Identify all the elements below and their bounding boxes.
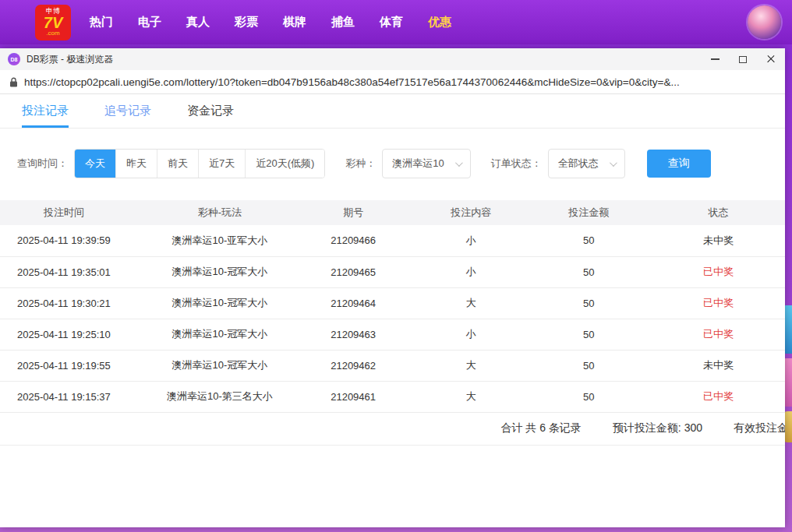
cell-status: 已中奖 bbox=[652, 319, 785, 350]
top-nav: 热门电子真人彩票棋牌捕鱼体育优惠 bbox=[88, 12, 453, 33]
col-header-3: 期号 bbox=[291, 200, 416, 225]
cell-content: 小 bbox=[416, 256, 526, 287]
tab-bar: 投注记录追号记录资金记录 bbox=[0, 94, 785, 129]
cell-time: 2025-04-11 19:15:37 bbox=[0, 381, 149, 412]
time-option-1[interactable]: 今天 bbox=[75, 150, 116, 178]
minimize-button[interactable] bbox=[701, 48, 729, 70]
maximize-icon bbox=[739, 56, 747, 63]
nav-item-2[interactable]: 电子 bbox=[136, 12, 163, 33]
bet-table-head-row: 投注时间彩种-玩法期号投注内容投注金额状态 bbox=[0, 200, 785, 225]
cell-game: 澳洲幸运10-冠军大小 bbox=[149, 287, 290, 319]
cell-time: 2025-04-11 19:25:10 bbox=[0, 319, 149, 350]
table-row: 2025-04-11 19:30:21澳洲幸运10-冠军大小21209464大5… bbox=[0, 287, 785, 319]
valid-amount: 有效投注金 bbox=[734, 421, 785, 435]
cell-status: 已中奖 bbox=[652, 256, 785, 287]
time-filter-label: 查询时间： bbox=[17, 157, 68, 171]
tab-3[interactable]: 资金记录 bbox=[187, 94, 234, 128]
cell-issue: 21209462 bbox=[291, 350, 416, 381]
cell-issue: 21209465 bbox=[291, 256, 416, 287]
table-row: 2025-04-11 19:39:59澳洲幸运10-亚军大小21209466小5… bbox=[0, 225, 785, 256]
address-bar[interactable]: https://ctopcp02pcali.uengi5e.com/lotter… bbox=[0, 70, 785, 94]
cell-content: 大 bbox=[416, 381, 526, 412]
cell-time: 2025-04-11 19:39:59 bbox=[0, 225, 149, 256]
window-title: DB彩票 - 极速浏览器 bbox=[27, 53, 113, 66]
cell-status: 未中奖 bbox=[652, 225, 785, 256]
nav-item-8[interactable]: 优惠 bbox=[426, 12, 453, 33]
cell-issue: 21209466 bbox=[291, 225, 416, 256]
chevron-down-icon bbox=[455, 159, 463, 167]
chevron-down-icon bbox=[610, 159, 617, 167]
nav-item-6[interactable]: 捕鱼 bbox=[330, 12, 356, 33]
col-header-2: 彩种-玩法 bbox=[149, 200, 290, 225]
cell-amount: 50 bbox=[526, 381, 652, 412]
window-titlebar: D8 DB彩票 - 极速浏览器 bbox=[0, 48, 785, 70]
lock-icon bbox=[9, 77, 18, 87]
db-app-icon: D8 bbox=[8, 53, 20, 65]
cell-amount: 50 bbox=[526, 319, 652, 350]
nav-item-4[interactable]: 彩票 bbox=[233, 12, 260, 33]
order-status-select[interactable]: 全部状态 bbox=[548, 149, 625, 178]
col-header-5: 投注金额 bbox=[526, 200, 652, 225]
cell-amount: 50 bbox=[526, 225, 652, 256]
filter-row: 查询时间： 今天昨天前天近7天近20天(低频) 彩种： 澳洲幸运10 订单状态：… bbox=[0, 129, 785, 200]
time-filter-group: 今天昨天前天近7天近20天(低频) bbox=[74, 149, 325, 178]
lottery-filter-label: 彩种： bbox=[345, 157, 376, 171]
page-content: 投注记录追号记录资金记录 查询时间： 今天昨天前天近7天近20天(低频) 彩种：… bbox=[0, 94, 785, 527]
cell-amount: 50 bbox=[526, 350, 652, 381]
url-text: https://ctopcp02pcali.uengi5e.com/lotter… bbox=[24, 76, 680, 88]
cell-content: 小 bbox=[416, 319, 526, 350]
tab-1[interactable]: 投注记录 bbox=[22, 94, 69, 128]
time-option-3[interactable]: 前天 bbox=[157, 150, 199, 178]
cell-game: 澳洲幸运10-冠军大小 bbox=[149, 319, 290, 350]
window-controls bbox=[701, 48, 785, 70]
maximize-button[interactable] bbox=[729, 48, 757, 70]
browser-window: D8 DB彩票 - 极速浏览器 https://ctopcp02pcali.ue… bbox=[0, 48, 785, 527]
lottery-select-value: 澳洲幸运10 bbox=[392, 157, 444, 171]
col-header-4: 投注内容 bbox=[416, 200, 526, 225]
cell-status: 未中奖 bbox=[652, 350, 785, 381]
logo-text-main: 7V bbox=[44, 15, 62, 30]
minimize-icon bbox=[711, 58, 720, 60]
time-option-2[interactable]: 昨天 bbox=[116, 150, 157, 178]
table-row: 2025-04-11 19:25:10澳洲幸运10-冠军大小21209463小5… bbox=[0, 319, 785, 350]
bet-table-body: 2025-04-11 19:39:59澳洲幸运10-亚军大小21209466小5… bbox=[0, 225, 785, 412]
cell-game: 澳洲幸运10-亚军大小 bbox=[149, 225, 290, 256]
cell-content: 小 bbox=[416, 225, 526, 256]
logo-text-sub: .com bbox=[46, 30, 59, 37]
user-avatar[interactable] bbox=[748, 5, 781, 39]
cell-issue: 21209463 bbox=[291, 319, 416, 350]
order-status-value: 全部状态 bbox=[558, 157, 599, 171]
cell-content: 大 bbox=[416, 350, 526, 381]
time-option-5[interactable]: 近20天(低频) bbox=[246, 150, 324, 178]
table-row: 2025-04-11 19:35:01澳洲幸运10-冠军大小21209465小5… bbox=[0, 256, 785, 287]
col-header-1: 投注时间 bbox=[0, 200, 149, 225]
table-row: 2025-04-11 19:19:55澳洲幸运10-冠军大小21209462大5… bbox=[0, 350, 785, 381]
col-header-6: 状态 bbox=[652, 200, 785, 225]
cell-game: 澳洲幸运10-冠军大小 bbox=[149, 350, 290, 381]
nav-item-5[interactable]: 棋牌 bbox=[281, 12, 308, 33]
cell-issue: 21209461 bbox=[291, 381, 416, 412]
summary-row: 合计 共 6 条记录 预计投注金额: 300 有效投注金 bbox=[0, 413, 785, 446]
nav-item-7[interactable]: 体育 bbox=[378, 12, 405, 33]
site-topbar: 申博 7V .com 热门电子真人彩票棋牌捕鱼体育优惠 bbox=[0, 0, 792, 44]
time-option-4[interactable]: 近7天 bbox=[199, 150, 246, 178]
cell-game: 澳洲幸运10-冠军大小 bbox=[149, 256, 290, 287]
site-logo[interactable]: 申博 7V .com bbox=[35, 5, 71, 41]
cell-amount: 50 bbox=[526, 287, 652, 319]
close-button[interactable] bbox=[757, 48, 785, 70]
lottery-select[interactable]: 澳洲幸运10 bbox=[382, 149, 470, 178]
cell-time: 2025-04-11 19:35:01 bbox=[0, 256, 149, 287]
record-count: 合计 共 6 条记录 bbox=[500, 421, 581, 435]
cell-time: 2025-04-11 19:30:21 bbox=[0, 287, 149, 319]
cell-content: 大 bbox=[416, 287, 526, 319]
close-icon bbox=[765, 54, 776, 65]
nav-item-3[interactable]: 真人 bbox=[185, 12, 211, 33]
status-filter-label: 订单状态： bbox=[491, 157, 542, 171]
nav-item-1[interactable]: 热门 bbox=[88, 12, 115, 33]
table-row: 2025-04-11 19:15:37澳洲幸运10-第三名大小21209461大… bbox=[0, 381, 785, 412]
cell-status: 已中奖 bbox=[652, 381, 785, 412]
search-button[interactable]: 查询 bbox=[647, 150, 711, 178]
tab-2[interactable]: 追号记录 bbox=[104, 94, 151, 128]
cell-game: 澳洲幸运10-第三名大小 bbox=[149, 381, 290, 412]
expected-amount: 预计投注金额: 300 bbox=[613, 421, 702, 435]
